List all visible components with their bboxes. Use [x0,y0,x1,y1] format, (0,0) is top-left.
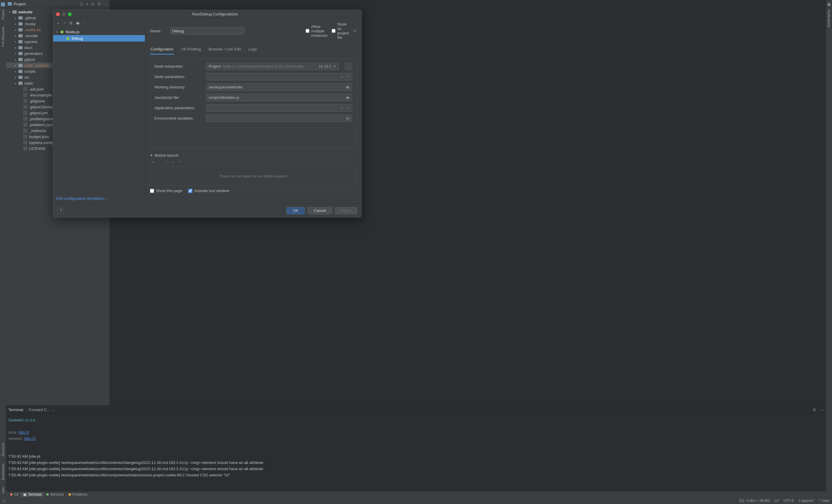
tree-label: docs [24,46,32,50]
status-menu-icon[interactable]: ▢ [2,499,6,503]
tree-label: .prettierignore [29,117,53,121]
insert-macro-icon[interactable]: ＋ [340,105,344,111]
tree-label: src [24,75,29,80]
tree-label: website [19,10,33,14]
tab-browser-live-edit[interactable]: Browser / Live Edit [208,46,241,54]
status-network[interactable]: (D) ↑0 B/s / ↓59 B/s [739,499,770,503]
expand-all-icon[interactable]: ≡ [86,2,88,6]
edit-task-icon[interactable]: ✎ [164,159,168,165]
tool-services[interactable]: Services [44,493,66,497]
tree-label: generators [24,51,43,56]
close-icon[interactable] [56,12,60,16]
tab-v8-profiling[interactable]: V8 Profiling [181,46,201,54]
folder-icon [19,70,23,73]
file-icon [23,134,27,139]
expand-icon[interactable]: ⤢ [346,105,349,111]
collapse-icon[interactable]: ▼ [150,154,153,157]
show-this-page-checkbox[interactable]: Show this page [150,188,182,193]
tool-terminal[interactable]: ▣Terminal [21,493,44,497]
tab-configuration[interactable]: Configuration [150,46,174,55]
terminal-link[interactable]: http://1 [24,436,36,441]
before-launch-empty: There are no tasks to run before launch [150,166,357,186]
project-tab[interactable]: Project [1,8,5,21]
browse-interpreter-button[interactable]: … [345,63,352,70]
save-config-icon[interactable]: 🖿 [76,21,80,26]
npm-tab[interactable]: npm [1,485,5,495]
divider [183,155,357,156]
project-tab-icon[interactable] [1,2,5,6]
file-icon [23,87,27,91]
config-tree[interactable]: ▾ ⬢ Node.js ⬢ Debug [53,28,145,193]
notifications-icon[interactable] [827,2,831,6]
collapse-all-icon[interactable]: ≣ [91,2,95,6]
store-gear-icon[interactable]: ⚙ [353,29,357,33]
gear-icon[interactable]: ⚙ [97,2,101,6]
tab-logs[interactable]: Logs [248,46,257,54]
terminal-settings-icon[interactable]: ⚙ [813,407,816,412]
store-as-file-checkbox[interactable]: Store as project file [332,22,346,40]
add-config-icon[interactable]: ＋ [56,21,60,26]
expand-icon[interactable]: ⤢ [346,74,349,80]
edit-env-icon[interactable]: ▤ [346,116,349,121]
node-interpreter-select[interactable]: Project node (~/.nvm/versions/node/v16.1… [206,63,339,70]
ok-button[interactable]: OK [287,207,305,214]
minimize-icon[interactable] [62,12,66,16]
hide-icon[interactable]: ― [104,2,108,6]
status-encoding[interactable]: UTF-8 [784,499,794,503]
checkbox-label: Activate tool window [194,188,229,193]
config-group-nodejs[interactable]: ▾ ⬢ Node.js [53,28,145,35]
status-indent[interactable]: 2 spaces* [799,499,814,503]
locate-icon[interactable]: ◎ [80,2,83,6]
tree-label: scripts [24,69,36,74]
dialog-titlebar[interactable]: Run/Debug Configurations [53,10,361,19]
tree-label: .vscode [24,33,38,38]
working-directory-input[interactable]: /workspace/website 🖿 [206,83,352,91]
folder-icon [19,46,23,49]
dialog-footer: ? OK Cancel Apply [53,204,361,217]
zoom-icon[interactable] [68,12,72,16]
activate-tool-window-checkbox[interactable]: Activate tool window [188,188,229,193]
tree-label: .env.example [29,93,52,97]
env-variables-input[interactable]: ▤ [206,114,352,122]
terminal-tab-close-icon[interactable]: ↓ [52,407,54,412]
status-branch[interactable]: ᛘ main [819,499,830,503]
application-parameters-input[interactable]: ＋⤢ [206,104,352,112]
nodejs-icon: ⬢ [66,36,70,41]
tool-git[interactable]: Git [8,493,21,497]
move-up-icon[interactable]: ▲ [171,159,175,165]
edit-templates-link[interactable]: Edit configuration templates… [53,193,145,204]
tree-label: LICENSE [29,146,46,151]
bookmarks-tab[interactable]: Bookmarks [1,462,5,482]
browse-file-icon[interactable]: 🖿 [346,95,349,100]
move-down-icon[interactable]: ▼ [179,159,182,165]
terminal-link[interactable]: http://l [19,430,29,434]
terminal-hide-icon[interactable]: ― [820,407,824,412]
javascript-file-input[interactable]: scripts/lib/dates.js 🖿 [206,94,352,101]
copy-config-icon[interactable]: ⧉ [70,21,72,26]
notifications-tab[interactable]: Notifications [827,8,831,29]
insert-macro-icon[interactable]: ＋ [340,74,344,80]
problems-icon [69,493,71,496]
config-item-debug[interactable]: ⬢ Debug [53,35,145,42]
file-icon [23,140,27,144]
allow-multiple-checkbox[interactable]: Allow multiple instances [306,24,320,38]
status-line-ending[interactable]: LF [775,499,779,503]
cancel-button[interactable]: Cancel [308,207,332,214]
terminal-output[interactable]: SvelteKit v1.0.0- local: http://l networ… [6,414,826,482]
add-task-icon[interactable]: ＋ [151,159,155,165]
name-input[interactable] [170,27,244,34]
tool-problems[interactable]: Problems [66,493,90,497]
sort-config-icon[interactable]: ↕ [83,21,85,26]
config-tree-panel: ＋ − ⧉ 🖿 ↕ ▾ ⬢ Node.js ⬢ Debug Edit confi… [53,19,145,204]
help-button[interactable]: ? [57,207,64,214]
remove-config-icon[interactable]: − [63,21,66,26]
button-label: OK [293,208,298,213]
terminal-line: local: [8,430,19,434]
apply-button[interactable]: Apply [335,207,357,214]
terminal-tab-name[interactable]: Forward C… [29,407,51,412]
pull-requests-tab[interactable]: Pull Requests [1,25,5,49]
node-parameters-input[interactable]: ＋⤢ [206,73,352,80]
structure-tab[interactable]: Structure [1,441,5,458]
browse-folder-icon[interactable]: 🖿 [346,85,349,89]
remove-task-icon[interactable]: − [159,159,161,165]
